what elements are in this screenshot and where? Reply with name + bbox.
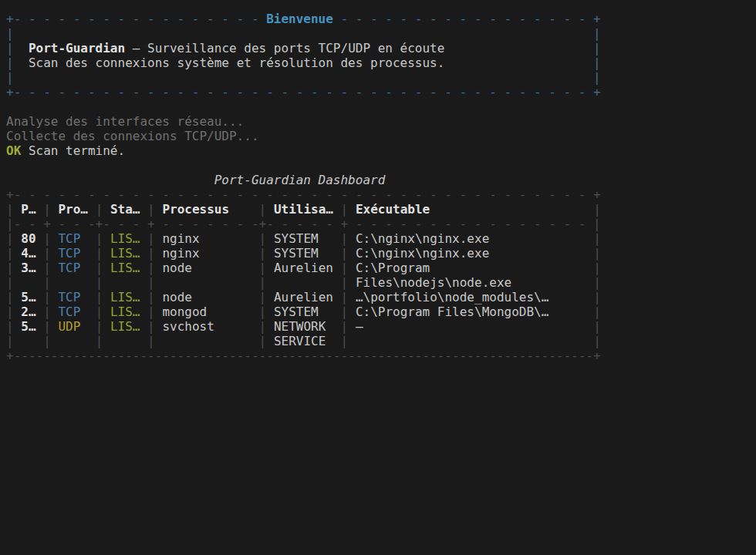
table-border: | <box>6 231 14 246</box>
text-segment <box>58 334 95 348</box>
table-row-1: | 80 | TCP | LIS… | nginx | SYSTEM | C:\… <box>6 231 601 246</box>
text-segment <box>140 290 147 304</box>
table-border: | <box>341 202 349 217</box>
table-border: | <box>259 246 267 261</box>
text-segment <box>80 246 95 261</box>
text-segment <box>80 319 95 334</box>
text-segment <box>348 319 356 334</box>
text-segment <box>36 202 44 217</box>
terminal-output: +- - - - - - - - - - - - - - - - - Bienv… <box>6 12 601 363</box>
text-segment <box>36 304 44 319</box>
table-border: | <box>259 304 267 319</box>
table-border: | <box>96 290 103 304</box>
table-border: | <box>147 246 155 261</box>
dashboard-title: Port-Guardian Dashboard <box>214 173 386 187</box>
text-segment <box>110 275 147 290</box>
cell-state: LIS… <box>110 231 140 246</box>
table-border: | <box>43 334 51 348</box>
text-segment <box>266 246 274 261</box>
table-border: | <box>593 231 601 246</box>
text-segment <box>155 319 163 334</box>
cell-process: mongod <box>162 304 207 319</box>
text-segment <box>80 304 95 319</box>
table-border: | <box>147 202 155 217</box>
status-ok-badge: OK <box>6 143 21 158</box>
text-segment <box>140 202 147 217</box>
text-segment <box>266 231 274 246</box>
text-segment <box>348 290 356 304</box>
table-border: | <box>6 261 14 275</box>
banner-border: +- - - - - - - - - - - - - - - - - <box>6 12 266 26</box>
banner-border: | <box>593 26 601 41</box>
column-header: Processus <box>162 202 229 217</box>
column-header: Pro… <box>58 202 88 217</box>
cell-port: 5… <box>21 319 35 334</box>
text-segment <box>21 334 43 348</box>
status-message: Scan terminé. <box>29 143 125 158</box>
cell-process: node <box>162 261 192 275</box>
dashboard-title-line: Port-Guardian Dashboard <box>6 173 601 187</box>
text-segment <box>14 304 22 319</box>
cell-state: LIS… <box>110 304 140 319</box>
table-border: | <box>6 246 14 261</box>
table-row-6-continuation: | | | | | SERVICE | | <box>6 334 601 348</box>
cell-state: LIS… <box>110 246 140 261</box>
banner-padding-line-bottom: | | <box>6 70 601 85</box>
text-segment <box>363 319 594 334</box>
table-border: | <box>341 275 349 290</box>
text-segment <box>36 246 44 261</box>
text-segment <box>155 290 163 304</box>
cell-port: 80 <box>21 231 35 246</box>
table-border: | <box>147 319 155 334</box>
table-border: | <box>6 275 14 290</box>
table-border: | <box>6 334 14 348</box>
table-border: | <box>341 261 349 275</box>
cell-process: nginx <box>162 246 199 261</box>
text-segment <box>326 319 340 334</box>
text-segment <box>333 202 341 217</box>
cell-state: LIS… <box>110 290 140 304</box>
text-segment <box>14 290 22 304</box>
text-segment <box>80 290 95 304</box>
text-segment <box>155 261 163 275</box>
text-segment <box>489 246 593 261</box>
text-segment <box>266 290 274 304</box>
banner-border: | <box>6 70 14 85</box>
table-border: | <box>43 275 51 290</box>
table-border: +- - - - - - - - - - - - - - - - - - - -… <box>6 187 601 202</box>
text-segment <box>207 304 258 319</box>
text-segment <box>192 290 259 304</box>
text-segment <box>266 275 274 290</box>
banner-tagline: — Surveillance des ports TCP/UDP en écou… <box>133 41 445 56</box>
text-segment <box>14 319 22 334</box>
table-row-5: | 2… | TCP | LIS… | mongod | SYSTEM | C:… <box>6 304 601 319</box>
blank-line <box>6 158 601 173</box>
banner-top-border: +- - - - - - - - - - - - - - - - - Bienv… <box>6 12 601 26</box>
cell-port: 3… <box>21 261 35 275</box>
terminal-window[interactable]: +- - - - - - - - - - - - - - - - - Bienv… <box>0 0 756 555</box>
banner-border: | <box>6 26 14 41</box>
text-segment <box>548 304 593 319</box>
cell-protocol: TCP <box>58 304 80 319</box>
table-border: | <box>96 334 103 348</box>
text-segment <box>58 275 95 290</box>
table-border: | <box>593 246 601 261</box>
text-segment <box>511 275 593 290</box>
table-top-border: +- - - - - - - - - - - - - - - - - - - -… <box>6 187 601 202</box>
table-border: | <box>147 231 155 246</box>
table-border: | <box>147 304 155 319</box>
table-row-2: | 4… | TCP | LIS… | nginx | SYSTEM | C:\… <box>6 246 601 261</box>
banner-border: | <box>593 56 601 70</box>
table-border: | <box>43 304 51 319</box>
banner-subtitle: Scan des connexions système et résolutio… <box>29 56 444 70</box>
cell-protocol: UDP <box>58 319 80 334</box>
text-segment <box>36 231 44 246</box>
table-border: | <box>147 290 155 304</box>
table-border: | <box>43 231 51 246</box>
table-bottom-border: +---------------------------------------… <box>6 348 601 363</box>
cell-state: LIS… <box>110 319 140 334</box>
blank-line <box>6 99 601 114</box>
text-segment <box>266 304 274 319</box>
table-border: | <box>6 290 14 304</box>
text-segment <box>155 202 163 217</box>
